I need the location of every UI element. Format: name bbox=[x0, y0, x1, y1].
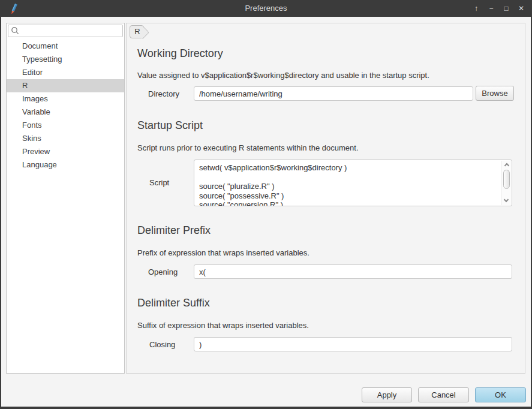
breadcrumb: R bbox=[130, 25, 144, 38]
scroll-up-icon[interactable] bbox=[504, 163, 509, 168]
delimiter-prefix-description: Prefix of expression that wraps inserted… bbox=[137, 248, 309, 257]
sidebar-item-variable[interactable]: Variable bbox=[7, 106, 124, 119]
delimiter-prefix-heading: Delimiter Prefix bbox=[137, 224, 211, 237]
maximize-icon[interactable]: □ bbox=[501, 4, 511, 13]
startup-script-heading: Startup Script bbox=[137, 119, 203, 132]
directory-input[interactable] bbox=[194, 86, 473, 101]
dialog-buttons: Apply Cancel OK bbox=[362, 387, 526, 402]
closing-input[interactable] bbox=[194, 337, 512, 351]
scroll-down-icon[interactable] bbox=[504, 197, 509, 202]
apply-button[interactable]: Apply bbox=[362, 387, 412, 402]
opening-input[interactable] bbox=[194, 264, 512, 279]
opening-label: Opening bbox=[148, 267, 178, 276]
minimize-icon[interactable]: − bbox=[486, 4, 496, 13]
window-controls: ↑ − □ ✕ bbox=[471, 0, 526, 17]
sidebar-item-document[interactable]: Document bbox=[7, 40, 124, 53]
script-label: Script bbox=[149, 178, 169, 187]
restore-icon[interactable]: ↑ bbox=[471, 4, 481, 13]
directory-label: Directory bbox=[148, 89, 179, 98]
category-sidebar: Document Typesetting Editor R Images Var… bbox=[6, 23, 125, 374]
sidebar-item-language[interactable]: Language bbox=[7, 158, 124, 172]
category-list: Document Typesetting Editor R Images Var… bbox=[7, 38, 124, 172]
script-editor[interactable]: setwd( v$application$r$working$directory… bbox=[194, 160, 512, 206]
search-icon bbox=[11, 26, 19, 35]
sidebar-item-skins[interactable]: Skins bbox=[7, 132, 124, 145]
settings-pane: R Working Directory Value assigned to v$… bbox=[126, 23, 525, 374]
sidebar-item-fonts[interactable]: Fonts bbox=[7, 119, 124, 132]
breadcrumb-label: R bbox=[130, 27, 145, 36]
window-title: Preferences bbox=[0, 4, 532, 13]
script-scrollbar[interactable] bbox=[501, 161, 511, 205]
cancel-button[interactable]: Cancel bbox=[418, 387, 469, 402]
sidebar-item-preview[interactable]: Preview bbox=[7, 145, 124, 158]
dialog-content: Document Typesetting Editor R Images Var… bbox=[1, 17, 531, 407]
browse-button[interactable]: Browse bbox=[476, 86, 514, 101]
working-directory-description: Value assigned to v$application$r$workin… bbox=[137, 71, 429, 80]
startup-script-description: Script runs prior to executing R stateme… bbox=[137, 143, 359, 152]
preferences-window: Preferences ↑ − □ ✕ Document Typesetting… bbox=[0, 0, 532, 409]
titlebar: Preferences ↑ − □ ✕ bbox=[0, 0, 532, 17]
ok-button[interactable]: OK bbox=[475, 387, 526, 402]
scrollbar-thumb[interactable] bbox=[503, 170, 510, 189]
delimiter-suffix-heading: Delimiter Suffix bbox=[137, 297, 210, 309]
sidebar-item-r[interactable]: R bbox=[7, 79, 124, 92]
sidebar-item-images[interactable]: Images bbox=[7, 92, 124, 106]
closing-label: Closing bbox=[149, 340, 175, 349]
sidebar-item-editor[interactable]: Editor bbox=[7, 66, 124, 79]
search-input[interactable] bbox=[8, 25, 123, 37]
delimiter-suffix-description: Suffix of expression that wraps inserted… bbox=[137, 321, 309, 330]
working-directory-heading: Working Directory bbox=[137, 47, 223, 60]
script-text[interactable]: setwd( v$application$r$working$directory… bbox=[194, 160, 501, 206]
sidebar-item-typesetting[interactable]: Typesetting bbox=[7, 53, 124, 66]
close-icon[interactable]: ✕ bbox=[516, 4, 526, 13]
